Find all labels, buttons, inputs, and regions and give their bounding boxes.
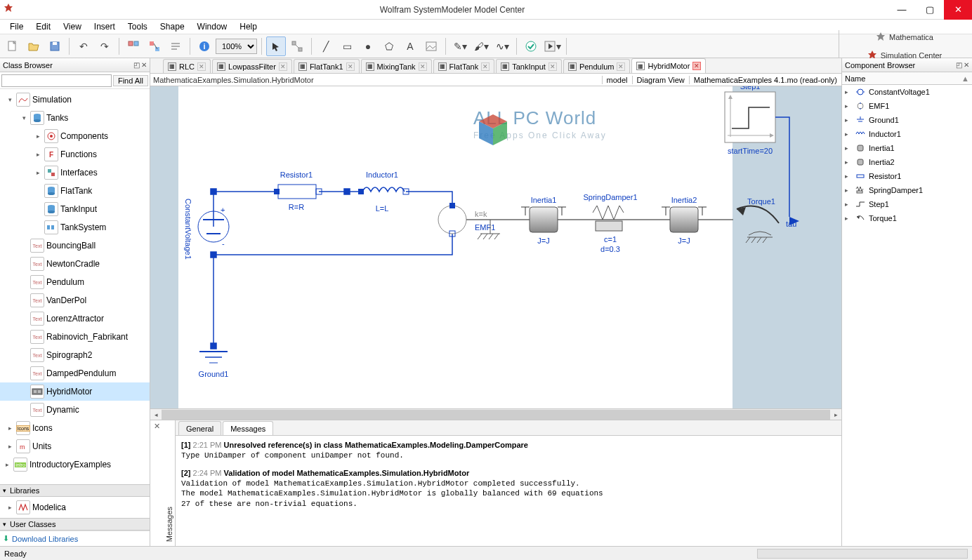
tab-pendulum[interactable]: ▦Pendulum✕ bbox=[563, 59, 631, 73]
validate-button[interactable] bbox=[521, 36, 541, 56]
connect-tool[interactable] bbox=[287, 36, 307, 56]
tab-general[interactable]: General bbox=[178, 421, 221, 435]
open-button[interactable] bbox=[24, 36, 44, 56]
image-tool[interactable] bbox=[421, 36, 441, 56]
component-inertia2[interactable]: Inertia2 J=J bbox=[662, 196, 707, 245]
tree-item-simulation[interactable]: ▾Simulation bbox=[0, 91, 150, 109]
line-tool[interactable]: ╱ bbox=[316, 36, 336, 56]
tree-item-tanksystem[interactable]: TankSystem bbox=[0, 218, 150, 236]
pointer-tool[interactable] bbox=[266, 36, 286, 56]
redo-button[interactable]: ↷ bbox=[95, 36, 114, 56]
tree-item-newtoncradle[interactable]: TextNewtonCradle bbox=[0, 255, 150, 273]
component-springdamper[interactable]: SpringDamper1 c=1 d=0.3 bbox=[583, 193, 637, 253]
tab-close-button[interactable]: ✕ bbox=[692, 62, 701, 70]
menu-insert[interactable]: Insert bbox=[88, 20, 121, 33]
info-button[interactable]: i bbox=[195, 36, 214, 56]
component-row-inertia1[interactable]: ▸Inertia1 bbox=[842, 141, 972, 155]
tree-item-dynamic[interactable]: TextDynamic bbox=[0, 401, 150, 419]
messages-close-button[interactable]: ✕ bbox=[154, 422, 160, 431]
tab-rlc[interactable]: ▦RLC✕ bbox=[163, 59, 211, 73]
libraries-header[interactable]: ▾Libraries bbox=[0, 484, 150, 497]
tree-item-rabinovich_fabrikant[interactable]: TextRabinovich_Fabrikant bbox=[0, 328, 150, 346]
tab-close-button[interactable]: ✕ bbox=[481, 62, 490, 71]
menu-window[interactable]: Window bbox=[192, 20, 233, 33]
tab-close-button[interactable]: ✕ bbox=[279, 62, 287, 71]
tree-item-spirograph2[interactable]: TextSpirograph2 bbox=[0, 346, 150, 364]
tree-item-vanderpol[interactable]: TextVanDerPol bbox=[0, 291, 150, 309]
component-row-inertia2[interactable]: ▸Inertia2 bbox=[842, 155, 972, 169]
simulate-button[interactable]: ▾ bbox=[542, 36, 562, 56]
tab-messages[interactable]: Messages bbox=[223, 421, 273, 435]
menu-help[interactable]: Help bbox=[234, 20, 263, 33]
component-row-emf1[interactable]: ▸EMF1 bbox=[842, 99, 972, 113]
new-button[interactable] bbox=[3, 36, 22, 56]
tab-hybridmotor[interactable]: ▦HybridMotor✕ bbox=[631, 58, 706, 73]
component-row-torque1[interactable]: ▸Torque1 bbox=[842, 211, 972, 225]
rect-tool[interactable]: ▭ bbox=[337, 36, 357, 56]
menu-view[interactable]: View bbox=[58, 20, 87, 33]
tab-close-button[interactable]: ✕ bbox=[346, 62, 355, 71]
class-tree[interactable]: ▾Simulation▾Tanks▸Components▸FFunctions▸… bbox=[0, 89, 150, 484]
canvas-hscroll[interactable]: ◂▸ bbox=[150, 408, 841, 420]
diagram-view-button[interactable] bbox=[145, 36, 164, 56]
component-row-step1[interactable]: ▸Step1 bbox=[842, 197, 972, 211]
tab-close-button[interactable]: ✕ bbox=[197, 62, 206, 71]
close-button[interactable]: ✕ bbox=[944, 0, 972, 20]
menu-tools[interactable]: Tools bbox=[122, 20, 153, 33]
tab-flattank[interactable]: ▦FlatTank✕ bbox=[433, 59, 495, 73]
component-list[interactable]: ▸ConstantVoltage1▸EMF1▸Ground1▸Inductor1… bbox=[842, 85, 972, 546]
tree-item-components[interactable]: ▸Components bbox=[0, 127, 150, 145]
tree-item-tanks[interactable]: ▾Tanks bbox=[0, 109, 150, 127]
menu-shape[interactable]: Shape bbox=[155, 20, 190, 33]
component-row-ground1[interactable]: ▸Ground1 bbox=[842, 113, 972, 127]
tab-close-button[interactable]: ✕ bbox=[419, 62, 427, 71]
undo-button[interactable]: ↶ bbox=[74, 36, 93, 56]
panel-float-button[interactable]: ◰ bbox=[956, 61, 962, 69]
pen-style-button[interactable]: ✎▾ bbox=[450, 36, 470, 56]
tree-item-flattank[interactable]: FlatTank bbox=[0, 182, 150, 200]
tree-item-interfaces[interactable]: ▸Interfaces bbox=[0, 164, 150, 182]
tree-item-tankinput[interactable]: TankInput bbox=[0, 200, 150, 218]
tree-item-bouncingball[interactable]: TextBouncingBall bbox=[0, 236, 150, 255]
tree-item-units[interactable]: ▸mUnits bbox=[0, 437, 150, 455]
component-row-inductor1[interactable]: ▸Inductor1 bbox=[842, 127, 972, 141]
component-resistor[interactable]: Resistor1 R=R bbox=[274, 171, 322, 211]
class-search-input[interactable] bbox=[1, 74, 112, 87]
text-view-button[interactable] bbox=[166, 36, 185, 56]
messages-vtab[interactable]: Messages bbox=[163, 420, 176, 546]
user-classes-header[interactable]: ▾User Classes bbox=[0, 518, 150, 531]
component-name-column[interactable]: Name▲ bbox=[842, 72, 972, 85]
icon-view-button[interactable] bbox=[124, 36, 143, 56]
tab-close-button[interactable]: ✕ bbox=[617, 62, 625, 71]
tree-item-dampedpendulum[interactable]: TextDampedPendulum bbox=[0, 364, 150, 382]
component-row-resistor1[interactable]: ▸Resistor1 bbox=[842, 169, 972, 183]
tree-item-lorenzattractor[interactable]: TextLorenzAttractor bbox=[0, 309, 150, 328]
tree-item-hybridmotor[interactable]: HybridMotor bbox=[0, 382, 150, 401]
tree-item-icons[interactable]: ▸IconsIcons bbox=[0, 419, 150, 437]
text-tool[interactable]: A bbox=[400, 36, 420, 56]
find-all-button[interactable]: Find All bbox=[113, 75, 148, 86]
tree-item-functions[interactable]: ▸FFunctions bbox=[0, 145, 150, 164]
mathematica-link[interactable]: Mathematica bbox=[872, 30, 936, 44]
tab-tankinput[interactable]: ▦TankInput✕ bbox=[496, 59, 562, 73]
tab-flattank1[interactable]: ▦FlatTank1✕ bbox=[294, 59, 360, 73]
panel-close-button[interactable]: ✕ bbox=[141, 61, 147, 69]
minimize-button[interactable]: — bbox=[888, 0, 916, 20]
tree-item-pendulum[interactable]: TextPendulum bbox=[0, 273, 150, 291]
model-kind[interactable]: model bbox=[603, 76, 633, 84]
panel-close-button[interactable]: ✕ bbox=[964, 61, 969, 69]
component-inductor[interactable]: Inductor1 L=L bbox=[358, 171, 409, 213]
download-libraries-link[interactable]: ⬇Download Libraries bbox=[0, 531, 150, 546]
view-mode[interactable]: Diagram View bbox=[633, 76, 690, 84]
messages-body[interactable]: [1] 2:21 PM Unresolved reference(s) in c… bbox=[176, 436, 841, 546]
maximize-button[interactable]: ▢ bbox=[916, 0, 944, 20]
component-constantvoltage[interactable]: + - ConstantVoltage1 bbox=[184, 199, 229, 260]
component-row-springdamper1[interactable]: ▸SpringDamper1 bbox=[842, 183, 972, 197]
component-inertia1[interactable]: Inertia1 J=J bbox=[521, 196, 566, 245]
component-row-constantvoltage1[interactable]: ▸ConstantVoltage1 bbox=[842, 85, 972, 99]
component-ground[interactable]: Ground1 bbox=[199, 352, 229, 378]
tab-close-button[interactable]: ✕ bbox=[549, 62, 557, 71]
tab-lowpassfilter[interactable]: ▦LowpassFilter✕ bbox=[212, 59, 292, 73]
save-button[interactable] bbox=[45, 36, 65, 56]
status-scroll[interactable] bbox=[757, 549, 968, 559]
